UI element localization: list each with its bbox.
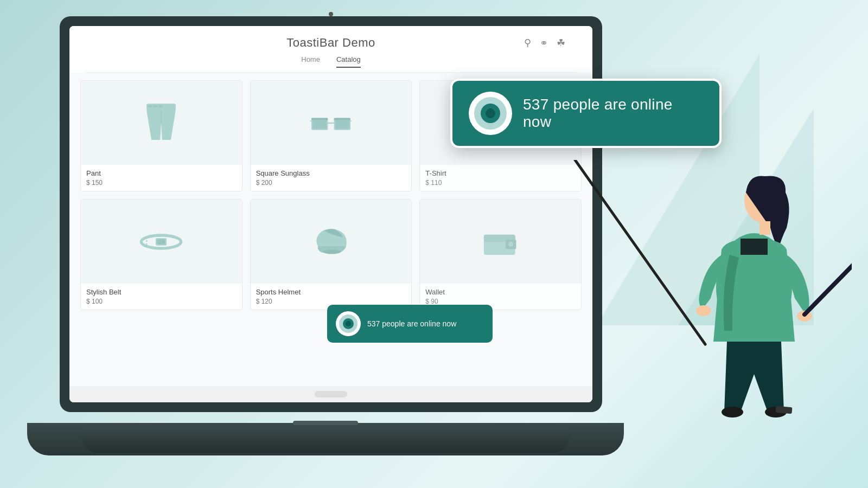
- toast-icon-dot: [481, 104, 500, 123]
- product-name-wallet: Wallet: [425, 288, 576, 296]
- product-price-wallet: $ 90: [425, 298, 576, 305]
- toast-icon-small-dot: [343, 318, 354, 329]
- product-info-sunglass: Square Sunglass $ 200: [251, 165, 412, 191]
- svg-rect-14: [334, 118, 350, 120]
- svg-rect-5: [159, 105, 163, 107]
- svg-point-21: [146, 240, 148, 242]
- product-name-sunglass: Square Sunglass: [256, 169, 406, 177]
- webcam: [329, 12, 333, 16]
- store-title: ToastiBar Demo: [286, 36, 375, 50]
- svg-line-35: [805, 98, 852, 314]
- nav-catalog[interactable]: Catalog: [336, 55, 361, 68]
- search-icon[interactable]: ⚲: [524, 37, 531, 49]
- toast-icon-large: [469, 92, 512, 135]
- toast-icon-dot-inner: [486, 108, 495, 118]
- toast-icon-small-inner: [339, 314, 358, 333]
- product-card-belt[interactable]: Stylish Belt $ 100: [80, 199, 242, 310]
- product-image-wallet: [420, 200, 581, 284]
- toast-text-small: 537 people are online now: [367, 319, 456, 328]
- home-button[interactable]: [315, 391, 347, 397]
- svg-rect-31: [760, 221, 770, 235]
- nav-home[interactable]: Home: [301, 55, 320, 68]
- toast-icon-small-dot-inner: [346, 321, 351, 326]
- svg-rect-1: [147, 104, 176, 111]
- product-image-sunglass: [251, 81, 412, 165]
- svg-point-27: [508, 242, 513, 247]
- product-price-tshirt: $ 110: [425, 179, 576, 187]
- product-info-tshirt: T-Shirt $ 110: [420, 165, 581, 191]
- product-image-pant: [81, 81, 242, 165]
- pointer-line: [570, 160, 722, 350]
- product-name-belt: Stylish Belt: [86, 288, 237, 296]
- store-header: ToastiBar Demo ⚲ ⚭ ☘ Home Catalog: [69, 26, 592, 73]
- product-info-pant: Pant $ 150: [81, 165, 242, 191]
- svg-rect-13: [311, 118, 328, 120]
- product-name-pant: Pant: [86, 169, 237, 177]
- svg-point-20: [146, 237, 148, 239]
- svg-rect-32: [741, 239, 768, 255]
- svg-point-19: [162, 241, 164, 243]
- product-price-pant: $ 150: [86, 179, 237, 187]
- svg-point-22: [146, 243, 148, 245]
- product-name-helmet: Sports Helmet: [256, 288, 406, 296]
- svg-point-23: [323, 249, 341, 254]
- svg-rect-11: [312, 119, 327, 129]
- product-card-pant[interactable]: Pant $ 150: [80, 80, 242, 191]
- product-image-helmet: [251, 200, 412, 284]
- product-price-sunglass: $ 200: [256, 179, 406, 187]
- toast-icon-small: [336, 311, 361, 336]
- store-nav: Home Catalog: [86, 55, 576, 73]
- laptop-base-bar: [81, 426, 570, 453]
- svg-rect-3: [148, 105, 152, 107]
- toast-notification-small: 537 people are online now: [327, 305, 493, 343]
- laptop-screen-outer: ToastiBar Demo ⚲ ⚭ ☘ Home Catalog: [60, 16, 602, 412]
- store-title-row: ToastiBar Demo ⚲ ⚭ ☘: [86, 36, 576, 50]
- user-icon[interactable]: ⚭: [540, 37, 548, 49]
- svg-rect-12: [335, 119, 349, 129]
- laptop-base: [27, 423, 624, 455]
- product-name-tshirt: T-Shirt: [425, 169, 576, 177]
- product-card-wallet[interactable]: Wallet $ 90: [419, 199, 582, 310]
- product-card-helmet[interactable]: Sports Helmet $ 120: [250, 199, 412, 310]
- svg-point-36: [722, 407, 743, 418]
- screen-bottom-bar: [69, 386, 592, 402]
- cart-icon[interactable]: ☘: [557, 37, 565, 49]
- toast-notification-large: 537 people are online now: [450, 79, 722, 148]
- svg-rect-4: [154, 105, 157, 107]
- toast-icon-inner: [474, 97, 507, 130]
- product-info-belt: Stylish Belt $ 100: [81, 284, 242, 310]
- product-price-belt: $ 100: [86, 298, 237, 305]
- product-card-sunglass[interactable]: Square Sunglass $ 200: [250, 80, 412, 191]
- toast-text-large: 537 people are online now: [523, 96, 703, 131]
- product-price-helmet: $ 120: [256, 298, 406, 305]
- store-icons: ⚲ ⚭ ☘: [524, 37, 565, 49]
- laptop-notch: [293, 421, 358, 425]
- product-image-belt: [81, 200, 242, 284]
- svg-line-28: [575, 160, 705, 344]
